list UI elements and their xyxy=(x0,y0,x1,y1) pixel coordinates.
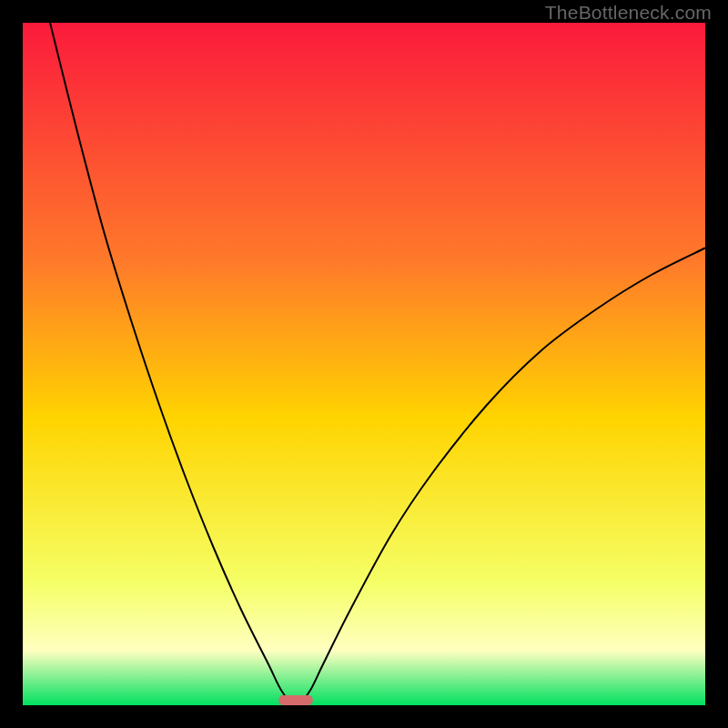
bottleneck-chart xyxy=(0,0,728,728)
optimal-zone-marker xyxy=(278,695,313,705)
watermark-text: TheBottleneck.com xyxy=(545,2,712,24)
chart-frame: TheBottleneck.com xyxy=(0,0,728,728)
plot-area xyxy=(23,23,705,705)
